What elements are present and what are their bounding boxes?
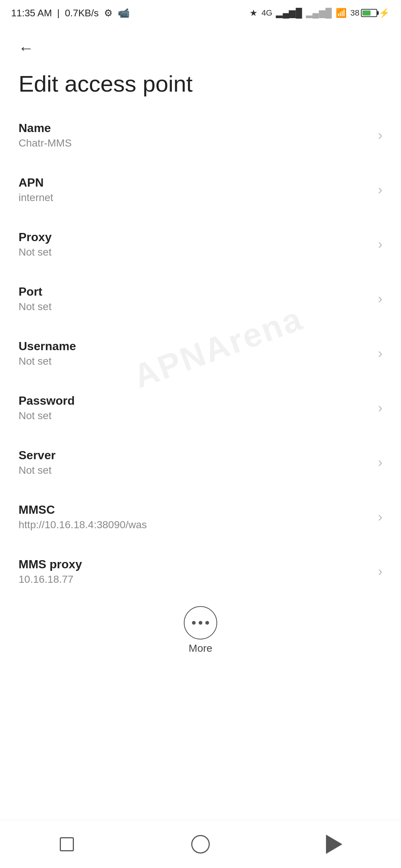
chevron-icon-apn: › [378,182,382,198]
settings-label-server: Server [19,448,378,462]
settings-value-mms-proxy: 10.16.18.77 [19,573,378,585]
navigation-bar [0,820,401,868]
settings-item-port[interactable]: Port Not set › [0,272,401,326]
settings-value-name: Chatr-MMS [19,137,378,149]
settings-label-proxy: Proxy [19,230,378,244]
settings-label-username: Username [19,339,378,353]
settings-item-username[interactable]: Username Not set › [0,326,401,381]
settings-label-mmsc: MMSC [19,503,378,517]
status-left: 11:35 AM | 0.7KB/s ⚙ 📹 [11,7,130,19]
more-dot-2 [199,621,202,625]
settings-list: Name Chatr-MMS › APN internet › Proxy No… [0,108,401,599]
settings-icon: ⚙ [104,7,113,19]
speed-text: 0.7KB/s [65,7,99,19]
home-icon [191,835,210,854]
battery-percent: 38 [351,8,359,18]
settings-value-apn: internet [19,192,378,204]
settings-item-proxy[interactable]: Proxy Not set › [0,217,401,272]
status-right: ★ 4G ▂▄▆█ ▂▄▆█ 📶 38 ⚡ [250,8,390,18]
more-circle-icon [184,606,217,640]
settings-item-name-content: Name Chatr-MMS [19,121,378,149]
chevron-icon-mmsc: › [378,509,382,525]
back-arrow-icon: ← [18,40,34,56]
chevron-icon-mms-proxy: › [378,564,382,579]
settings-item-mms-proxy-content: MMS proxy 10.16.18.77 [19,558,378,585]
settings-item-password-content: Password Not set [19,394,378,422]
nav-back-button[interactable] [316,826,353,863]
settings-item-port-content: Port Not set [19,285,378,313]
more-label: More [189,642,212,654]
settings-value-port: Not set [19,301,378,313]
settings-item-server[interactable]: Server Not set › [0,435,401,490]
bluetooth-icon: ★ [250,8,258,18]
settings-item-name[interactable]: Name Chatr-MMS › [0,108,401,162]
nav-home-button[interactable] [182,826,219,863]
chevron-icon-username: › [378,346,382,361]
settings-item-proxy-content: Proxy Not set [19,230,378,258]
signal-bars-icon: ▂▄▆█ [276,8,302,18]
settings-label-mms-proxy: MMS proxy [19,558,378,571]
back-button[interactable]: ← [15,37,37,59]
settings-label-port: Port [19,285,378,299]
nav-recent-button[interactable] [48,826,85,863]
settings-item-apn-content: APN internet [19,176,378,204]
back-nav-icon [326,835,342,854]
camera-icon: 📹 [118,7,130,19]
more-dot-1 [192,621,196,625]
settings-item-username-content: Username Not set [19,339,378,367]
status-bar: 11:35 AM | 0.7KB/s ⚙ 📹 ★ 4G ▂▄▆█ ▂▄▆█ 📶 … [0,0,401,26]
settings-value-proxy: Not set [19,246,378,258]
settings-label-apn: APN [19,176,378,190]
chevron-icon-server: › [378,455,382,470]
settings-label-name: Name [19,121,378,135]
time-text: 11:35 AM [11,7,52,19]
page-title: Edit access point [0,63,401,108]
settings-value-mmsc: http://10.16.18.4:38090/was [19,519,378,531]
signal-bars2-icon: ▂▄▆█ [306,8,332,18]
recent-icon [60,837,74,851]
settings-item-mms-proxy[interactable]: MMS proxy 10.16.18.77 › [0,544,401,599]
wifi-icon: 📶 [336,8,347,18]
speed-separator: | [57,7,60,19]
settings-item-apn[interactable]: APN internet › [0,162,401,217]
settings-item-server-content: Server Not set [19,448,378,476]
more-dots-icon [192,621,209,625]
settings-value-password: Not set [19,410,378,422]
settings-value-username: Not set [19,355,378,367]
settings-item-password[interactable]: Password Not set › [0,381,401,435]
settings-item-mmsc[interactable]: MMSC http://10.16.18.4:38090/was › [0,490,401,544]
signal-4g-icon: 4G [261,8,272,18]
chevron-icon-password: › [378,400,382,416]
battery-icon [361,9,377,17]
settings-value-server: Not set [19,464,378,476]
more-dot-3 [205,621,209,625]
chevron-icon-port: › [378,291,382,307]
chevron-icon-proxy: › [378,237,382,252]
charging-icon: ⚡ [379,8,390,18]
settings-item-mmsc-content: MMSC http://10.16.18.4:38090/was [19,503,378,531]
more-button[interactable]: More [0,599,401,658]
settings-label-password: Password [19,394,378,408]
battery-indicator: 38 ⚡ [351,8,390,18]
chevron-icon-name: › [378,128,382,143]
